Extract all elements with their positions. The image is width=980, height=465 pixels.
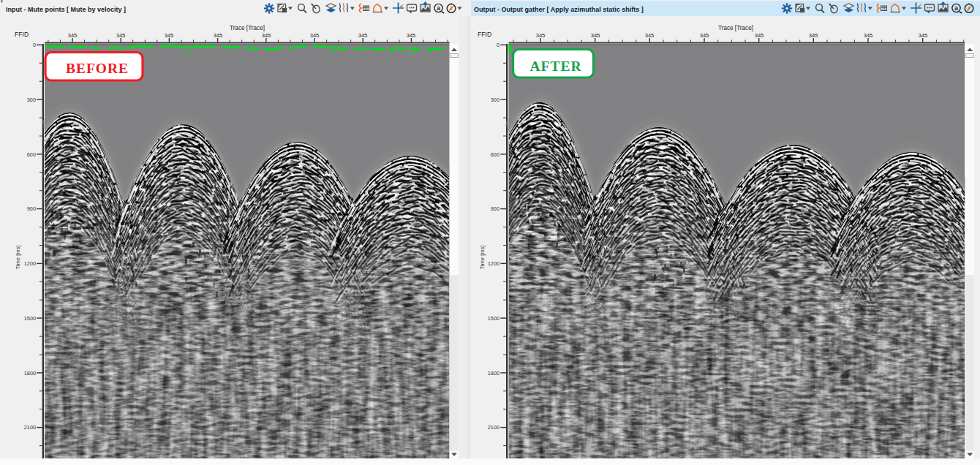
svg-text:1800: 1800 (24, 370, 36, 377)
svg-text:a: a (954, 4, 958, 12)
svg-text:900: 900 (491, 205, 500, 212)
svg-text:345: 345 (407, 32, 416, 39)
svg-text:345: 345 (165, 32, 174, 39)
svg-text:345: 345 (809, 32, 818, 39)
svg-text:345: 345 (591, 32, 600, 39)
svg-text:345: 345 (700, 32, 709, 39)
svg-text:2100: 2100 (488, 424, 500, 431)
svg-text:0: 0 (497, 42, 500, 48)
svg-text:2100: 2100 (24, 424, 36, 431)
svg-text:345: 345 (116, 32, 126, 39)
svg-text:Trace [Trace]: Trace [Trace] (718, 25, 753, 31)
svg-text:345: 345 (68, 32, 78, 39)
svg-text:345: 345 (919, 32, 928, 39)
svg-text:Time [ms]: Time [ms] (15, 245, 21, 269)
svg-text:BEFORE: BEFORE (66, 61, 129, 76)
svg-text:1500: 1500 (488, 315, 500, 322)
svg-text:300: 300 (491, 97, 500, 103)
svg-text:345: 345 (864, 32, 873, 39)
svg-text:345: 345 (262, 32, 271, 39)
svg-text:a: a (437, 4, 440, 12)
svg-text:1800: 1800 (488, 370, 500, 377)
svg-text:AFTER: AFTER (529, 58, 581, 74)
svg-text:345: 345 (310, 32, 320, 39)
svg-text:600: 600 (27, 151, 36, 158)
svg-text:Output - Output gather [ Apply: Output - Output gather [ Apply azimuthal… (474, 6, 644, 13)
svg-text:300: 300 (27, 97, 36, 103)
svg-text:345: 345 (358, 32, 368, 39)
svg-text:FFID: FFID (15, 31, 29, 38)
svg-text:900: 900 (27, 205, 36, 212)
svg-text:600: 600 (491, 151, 500, 158)
svg-text:345: 345 (536, 32, 546, 39)
svg-text:FFID: FFID (478, 31, 491, 38)
svg-text:1200: 1200 (24, 260, 36, 267)
svg-text:345: 345 (645, 32, 655, 39)
svg-text:1500: 1500 (24, 315, 36, 322)
svg-text:Trace [Trace]: Trace [Trace] (230, 25, 265, 31)
svg-text:345: 345 (755, 32, 764, 39)
svg-text:Input - Mute points [ Mute by: Input - Mute points [ Mute by velocity ] (6, 6, 126, 13)
svg-text:345: 345 (214, 32, 223, 39)
svg-text:1200: 1200 (488, 260, 500, 267)
svg-text:0: 0 (33, 42, 36, 48)
svg-text:Time [ms]: Time [ms] (479, 245, 486, 269)
